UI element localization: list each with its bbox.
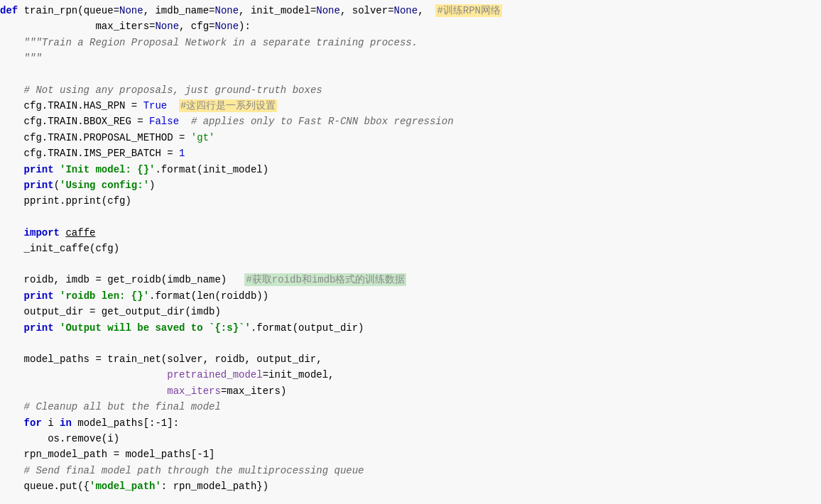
line-26-text: # Send final model path through the mult… [0,463,815,478]
line-23-text: for i in model_paths[:-1]: [0,415,815,431]
line-21-text: max_iters=max_iters) [0,383,815,399]
code-line-23: for i in model_paths[:-1]: [0,415,821,431]
line-8-text: cfg.TRAIN.PROPOSAL_METHOD = 'gt' [0,130,815,146]
line-13-text: import caffe [0,225,815,241]
code-line-15: roidb, imdb = get_roidb(imdb_name) #获取ro… [0,272,821,287]
code-line-11: print('Using config:') [0,177,821,193]
line-4-text: """ [0,50,815,66]
code-line-8: cfg.TRAIN.PROPOSAL_METHOD = 'gt' [0,130,821,146]
line-7-text: cfg.TRAIN.BBOX_REG = False # applies onl… [0,114,815,129]
code-line-empty-1 [0,67,821,82]
code-line-16: print 'roidb len: {}'.format(len(roiddb)… [0,288,821,304]
code-line-21: max_iters=max_iters) [0,383,821,399]
code-line-20: pretrained_model=init_model, [0,367,821,383]
line-5-text: # Not using any proposals, just ground-t… [0,82,815,98]
code-line-27: queue.put({'model_path': rpn_model_path}… [0,478,821,494]
code-line-empty-3 [0,256,821,272]
code-line-17: output_dir = get_output_dir(imdb) [0,304,821,319]
line-24-text: os.remove(i) [0,431,815,447]
code-line-6: cfg.TRAIN.HAS_RPN = True #这四行是一系列设置 [0,98,821,114]
line-17-text: output_dir = get_output_dir(imdb) [0,304,815,319]
code-line-19: model_paths = train_net(solver, roidb, o… [0,351,821,367]
line-18-text: print 'Output will be saved to `{:s}`'.f… [0,320,815,336]
code-line-4: """ [0,50,821,66]
line-19-text: model_paths = train_net(solver, roidb, o… [0,351,815,367]
code-line-24: os.remove(i) [0,431,821,447]
code-line-5: # Not using any proposals, just ground-t… [0,82,821,98]
code-line-18: print 'Output will be saved to `{:s}`'.f… [0,320,821,336]
line-22-text: # Cleanup all but the final model [0,399,815,415]
code-line-1: def train_rpn(queue=None, imdb_name=None… [0,3,821,18]
code-line-9: cfg.TRAIN.IMS_PER_BATCH = 1 [0,146,821,161]
code-line-10: print 'Init model: {}'.format(init_model… [0,162,821,177]
line-11-text: print('Using config:') [0,177,815,193]
line-2-text: max_iters=None, cfg=None): [0,18,815,34]
line-14-text: _init_caffe(cfg) [0,241,815,256]
line-6-text: cfg.TRAIN.HAS_RPN = True #这四行是一系列设置 [0,98,815,114]
line-20-text: pretrained_model=init_model, [0,367,815,383]
line-27-text: queue.put({'model_path': rpn_model_path}… [0,478,815,494]
code-editor: def train_rpn(queue=None, imdb_name=None… [0,0,821,504]
line-16-text: print 'roidb len: {}'.format(len(roiddb)… [0,288,815,304]
line-1-text: def train_rpn(queue=None, imdb_name=None… [0,3,815,18]
line-3-text: """Train a Region Proposal Network in a … [0,35,815,50]
line-12-text: pprint.pprint(cfg) [0,193,815,209]
code-line-7: cfg.TRAIN.BBOX_REG = False # applies onl… [0,114,821,129]
line-10-text: print 'Init model: {}'.format(init_model… [0,162,815,177]
code-line-12: pprint.pprint(cfg) [0,193,821,209]
line-25-text: rpn_model_path = model_paths[-1] [0,447,815,462]
code-line-26: # Send final model path through the mult… [0,463,821,478]
code-line-2: max_iters=None, cfg=None): [0,18,821,34]
line-9-text: cfg.TRAIN.IMS_PER_BATCH = 1 [0,146,815,161]
code-line-25: rpn_model_path = model_paths[-1] [0,447,821,462]
code-line-14: _init_caffe(cfg) [0,241,821,256]
code-line-3: """Train a Region Proposal Network in a … [0,35,821,50]
code-line-empty-4 [0,336,821,351]
code-line-empty-2 [0,209,821,225]
code-line-22: # Cleanup all but the final model [0,399,821,415]
code-line-13: import caffe [0,225,821,241]
line-15-text: roidb, imdb = get_roidb(imdb_name) #获取ro… [0,272,815,287]
